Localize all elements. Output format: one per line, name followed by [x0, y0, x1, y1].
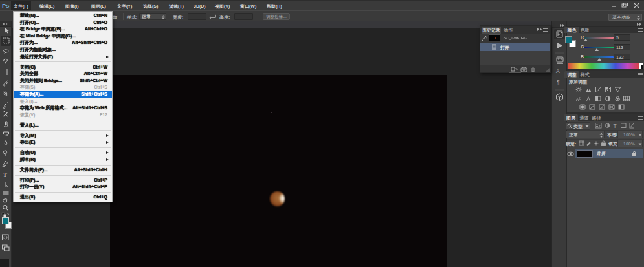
svg-text:T: T — [3, 172, 8, 178]
svg-text:T: T — [614, 123, 617, 129]
svg-text:¶: ¶ — [557, 79, 560, 85]
svg-text:A: A — [556, 68, 560, 74]
